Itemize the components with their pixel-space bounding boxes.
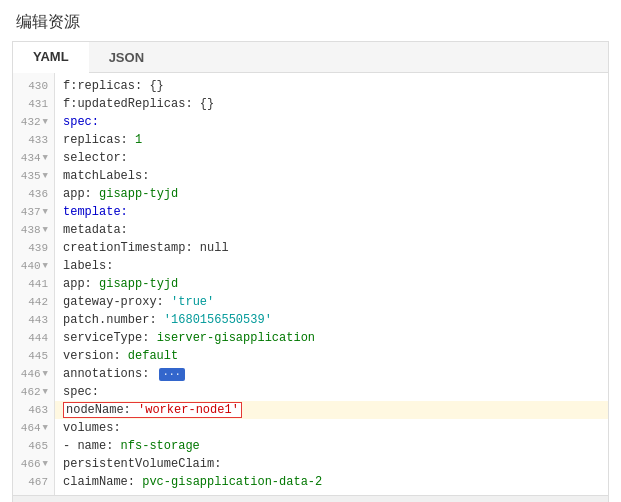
editor-container: YAML JSON 430 431 432▼ 433 434▼ 435▼ 436… <box>12 41 609 502</box>
ln-466: 466▼ <box>13 455 54 473</box>
code-line-441: app: gisapp-tyjd <box>55 275 608 293</box>
ln-440: 440▼ <box>13 257 54 275</box>
ln-464: 464▼ <box>13 419 54 437</box>
tab-json[interactable]: JSON <box>89 42 164 72</box>
ln-462: 462▼ <box>13 383 54 401</box>
ln-445: 445 <box>13 347 54 365</box>
tab-yaml[interactable]: YAML <box>13 42 89 73</box>
code-line-432: spec: <box>55 113 608 131</box>
code-line-431: f:updatedReplicas: {} <box>55 95 608 113</box>
page-title: 编辑资源 <box>0 0 621 41</box>
ln-432: 432▼ <box>13 113 54 131</box>
ln-437: 437▼ <box>13 203 54 221</box>
code-line-437: template: <box>55 203 608 221</box>
code-line-436: app: gisapp-tyjd <box>55 185 608 203</box>
code-area: 430 431 432▼ 433 434▼ 435▼ 436 437▼ 438▼… <box>13 73 608 495</box>
code-line-443: patch.number: '1680156550539' <box>55 311 608 329</box>
ln-435: 435▼ <box>13 167 54 185</box>
code-line-438: metadata: <box>55 221 608 239</box>
ln-442: 442 <box>13 293 54 311</box>
ln-436: 436 <box>13 185 54 203</box>
code-line-444: serviceType: iserver-gisapplication <box>55 329 608 347</box>
annotations-badge: ··· <box>159 368 185 381</box>
code-line-442: gateway-proxy: 'true' <box>55 293 608 311</box>
code-line-466: persistentVolumeClaim: <box>55 455 608 473</box>
ln-438: 438▼ <box>13 221 54 239</box>
ln-433: 433 <box>13 131 54 149</box>
ln-463: 463 <box>13 401 54 419</box>
code-line-462: spec: <box>55 383 608 401</box>
code-line-433: replicas: 1 <box>55 131 608 149</box>
code-content[interactable]: f:replicas: {} f:updatedReplicas: {} spe… <box>55 73 608 495</box>
ln-439: 439 <box>13 239 54 257</box>
code-line-434: selector: <box>55 149 608 167</box>
ln-441: 441 <box>13 275 54 293</box>
code-line-435: matchLabels: <box>55 167 608 185</box>
code-line-440: labels: <box>55 257 608 275</box>
code-line-439: creationTimestamp: null <box>55 239 608 257</box>
code-line-446: annotations: ··· <box>55 365 608 383</box>
code-line-464: volumes: <box>55 419 608 437</box>
ln-467: 467 <box>13 473 54 491</box>
ln-430: 430 <box>13 77 54 95</box>
ln-446: 446▼ <box>13 365 54 383</box>
code-line-463: nodeName: 'worker-node1' <box>55 401 608 419</box>
code-line-465: - name: nfs-storage <box>55 437 608 455</box>
status-bar: ! 此操作相当于: kubectl apply -f <spec.yaml> <box>13 495 608 502</box>
code-line-430: f:replicas: {} <box>55 77 608 95</box>
code-line-467: claimName: pvc-gisapplication-data-2 <box>55 473 608 491</box>
ln-443: 443 <box>13 311 54 329</box>
line-numbers: 430 431 432▼ 433 434▼ 435▼ 436 437▼ 438▼… <box>13 73 55 495</box>
tab-bar: YAML JSON <box>13 42 608 73</box>
ln-444: 444 <box>13 329 54 347</box>
ln-465: 465 <box>13 437 54 455</box>
ln-434: 434▼ <box>13 149 54 167</box>
code-line-445: version: default <box>55 347 608 365</box>
ln-431: 431 <box>13 95 54 113</box>
